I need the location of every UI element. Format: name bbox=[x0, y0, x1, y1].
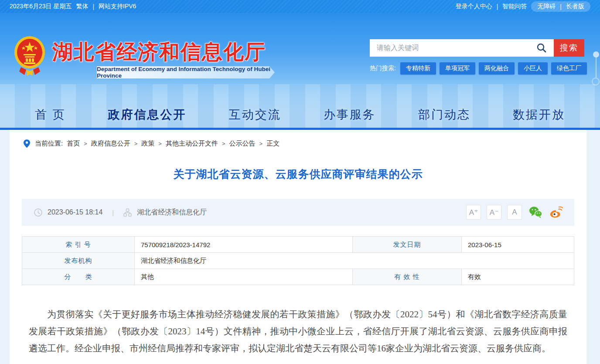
site-title[interactable]: 湖北省经济和信息化厅 bbox=[52, 38, 266, 66]
table-row: 发布机构 湖北省经济和信息化厅 bbox=[22, 253, 574, 269]
site-header: 湖北省经济和信息化厅 Department of Economy and Inf… bbox=[0, 13, 600, 128]
nav-item-interaction[interactable]: 互动交流 bbox=[229, 107, 281, 122]
topbar-left: 2023年6月23日 星期五 繁体 | 网站支持IPV6 bbox=[10, 3, 136, 10]
decorative-nodes bbox=[590, 51, 600, 104]
divider: | bbox=[497, 3, 498, 10]
ipv6-support-link[interactable]: 网站支持IPV6 bbox=[99, 3, 136, 10]
breadcrumb-separator: > bbox=[158, 140, 162, 147]
publish-source: 湖北省经济和信息化厅 bbox=[137, 208, 207, 217]
weibo-share-icon[interactable] bbox=[549, 206, 563, 219]
hot-search-item-0[interactable]: 专精特新 bbox=[400, 62, 436, 75]
hot-search-item-1[interactable]: 单项冠军 bbox=[440, 62, 475, 75]
divider: | bbox=[112, 209, 114, 216]
breadcrumb-separator: > bbox=[222, 140, 225, 147]
breadcrumb-announcements[interactable]: 公示公告 bbox=[229, 139, 256, 148]
search-icon[interactable] bbox=[536, 43, 547, 53]
hot-search-row: 热门搜索: 专精特新 单项冠军 两化融合 小巨人 绿色工厂 bbox=[370, 62, 584, 75]
index-number-value: 757009218/2023-14792 bbox=[135, 237, 353, 253]
hot-search-item-4[interactable]: 绿色工厂 bbox=[551, 62, 587, 75]
smart-qa-link[interactable]: 智能问答 bbox=[502, 3, 527, 10]
font-reset-button[interactable]: A bbox=[507, 205, 522, 220]
article-meta-left: 2023-06-15 18:14 | 湖北省经济和信息化厅 bbox=[34, 208, 207, 217]
current-date: 2023年6月23日 星期五 bbox=[10, 3, 72, 10]
search-input[interactable] bbox=[370, 39, 554, 57]
clock-icon bbox=[34, 208, 42, 217]
category-value: 其他 bbox=[135, 269, 353, 285]
font-smaller-button[interactable]: A⁻ bbox=[487, 205, 501, 220]
accessibility-link[interactable]: 无障碍 bbox=[537, 3, 556, 10]
nav-item-department-news[interactable]: 部门动态 bbox=[418, 107, 470, 122]
breadcrumb-home[interactable]: 首页 bbox=[67, 139, 80, 148]
nav-item-open-data[interactable]: 数据开放 bbox=[513, 107, 565, 122]
article-meta-right: A⁺ A⁻ A bbox=[466, 205, 563, 220]
location-pin-icon bbox=[24, 139, 30, 148]
breadcrumb-policy[interactable]: 政策 bbox=[141, 139, 154, 148]
document-info-table: 索 引 号 757009218/2023-14792 发文日期 2023-06-… bbox=[22, 236, 574, 285]
publisher-label: 发布机构 bbox=[22, 253, 135, 269]
breadcrumb-gov-info[interactable]: 政府信息公开 bbox=[91, 139, 130, 148]
top-utility-bar: 2023年6月23日 星期五 繁体 | 网站支持IPV6 登录个人中心 | 智能… bbox=[0, 0, 600, 13]
source-org-icon bbox=[123, 208, 132, 217]
article-title: 关于湖北省云资源、云服务供应商评审结果的公示 bbox=[17, 167, 579, 181]
nav-item-home[interactable]: 首 页 bbox=[35, 107, 66, 122]
traditional-chinese-link[interactable]: 繁体 bbox=[76, 3, 88, 10]
article-body-paragraph: 为贯彻落实《关于更好服务市场主体推动经济稳健发展的若干政策措施》（鄂政办发〔20… bbox=[29, 306, 567, 357]
nav-item-gov-info[interactable]: 政府信息公开 bbox=[108, 107, 187, 122]
divider: | bbox=[560, 3, 562, 10]
breadcrumb-current: 正文 bbox=[266, 139, 280, 148]
breadcrumb-separator: > bbox=[134, 140, 138, 147]
hot-search-label: 热门搜索: bbox=[370, 65, 396, 72]
article-meta-bar: 2023-06-15 18:14 | 湖北省经济和信息化厅 A⁺ A⁻ A bbox=[22, 199, 574, 226]
topbar-right: 登录个人中心 | 智能问答 无障碍 | 长者版 bbox=[456, 1, 590, 12]
site-subtitle-en: Department of Economy and Information Te… bbox=[97, 66, 275, 78]
font-larger-button[interactable]: A⁺ bbox=[466, 205, 481, 220]
publish-datetime: 2023-06-15 18:14 bbox=[48, 208, 102, 216]
national-emblem-icon bbox=[13, 35, 46, 77]
search-area: 搜索 热门搜索: 专精特新 单项冠军 两化融合 小巨人 绿色工厂 bbox=[370, 39, 584, 75]
divider: | bbox=[92, 3, 94, 10]
validity-label: 有 效 性 bbox=[353, 269, 462, 285]
table-row: 索 引 号 757009218/2023-14792 发文日期 2023-06-… bbox=[22, 237, 574, 253]
accessibility-pill: 无障碍 | 长者版 bbox=[531, 1, 590, 12]
breadcrumb-separator: > bbox=[84, 140, 87, 147]
site-logo[interactable] bbox=[13, 35, 46, 77]
breadcrumb-separator: > bbox=[259, 140, 263, 147]
elder-version-link[interactable]: 长者版 bbox=[566, 3, 584, 10]
breadcrumb-other-docs[interactable]: 其他主动公开文件 bbox=[166, 139, 218, 148]
issue-date-value: 2023-06-15 bbox=[462, 237, 574, 253]
hot-search-item-2[interactable]: 两化融合 bbox=[479, 62, 515, 75]
nav-item-services[interactable]: 办事服务 bbox=[324, 107, 376, 122]
hot-search-item-3[interactable]: 小巨人 bbox=[518, 62, 548, 75]
publisher-value: 湖北省经济和信息化厅 bbox=[135, 253, 574, 269]
index-number-label: 索 引 号 bbox=[22, 237, 135, 253]
search-button[interactable]: 搜索 bbox=[554, 39, 584, 57]
validity-value: 有效 bbox=[462, 269, 574, 285]
content-wrapper: 当前位置: 首页 > 政府信息公开 > 政策 > 其他主动公开文件 > 公示公告… bbox=[10, 130, 586, 364]
issue-date-label: 发文日期 bbox=[353, 237, 462, 253]
table-row: 分 类 其他 有 效 性 有效 bbox=[22, 269, 574, 285]
wechat-share-icon[interactable] bbox=[529, 206, 542, 219]
breadcrumb: 当前位置: 首页 > 政府信息公开 > 政策 > 其他主动公开文件 > 公示公告… bbox=[17, 130, 579, 148]
login-personal-center-link[interactable]: 登录个人中心 bbox=[456, 3, 492, 10]
breadcrumb-label: 当前位置: bbox=[35, 139, 63, 148]
main-navigation: 首 页 政府信息公开 互动交流 办事服务 部门动态 数据开放 bbox=[0, 107, 600, 122]
category-label: 分 类 bbox=[22, 269, 135, 285]
